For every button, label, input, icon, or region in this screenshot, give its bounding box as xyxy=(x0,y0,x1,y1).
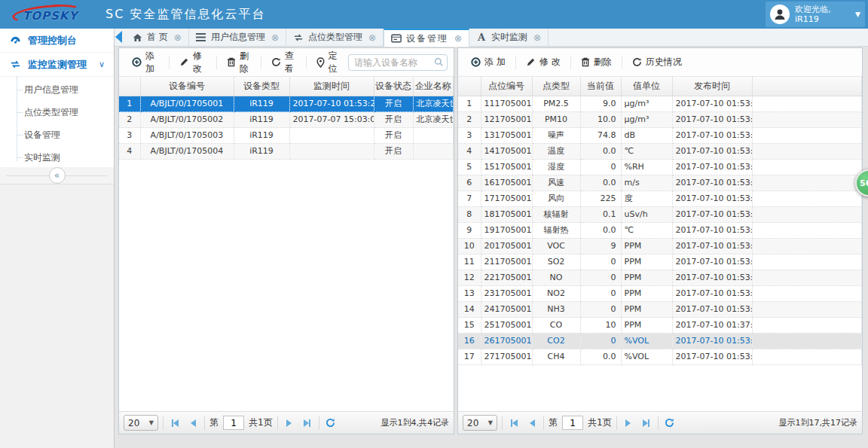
edit-button[interactable]: 修 改 xyxy=(173,46,213,79)
close-icon[interactable]: ⊗ xyxy=(533,33,541,42)
table-row[interactable]: 6161705001风速0.0m/s2017-07-10 01:53:21 xyxy=(458,175,862,190)
cell-time: 2017-07-10 01:53:21 xyxy=(672,111,752,127)
refresh-button[interactable] xyxy=(663,416,677,430)
table-row[interactable]: 9191705001辐射热0.0℃2017-07-10 01:53:21 xyxy=(458,222,862,238)
cell-type: SO2 xyxy=(532,254,580,270)
history-button[interactable]: 历史情况 xyxy=(625,52,689,72)
column-header[interactable]: 设备编号 xyxy=(140,77,234,96)
add-button[interactable]: 添 加 xyxy=(464,52,512,72)
delete-button[interactable]: 删除 xyxy=(574,52,619,72)
first-page-button[interactable] xyxy=(168,416,182,430)
prev-page-button[interactable] xyxy=(186,416,200,430)
table-row[interactable]: 2A/BJLT/0/1705002iR1192017-07-07 15:03:0… xyxy=(119,111,454,127)
swap-icon xyxy=(293,32,304,42)
page-prefix-label: 第 xyxy=(209,416,219,429)
page-size-select[interactable]: 20▼ xyxy=(463,415,497,431)
next-page-button[interactable] xyxy=(283,416,296,430)
table-row[interactable]: 11211705001SO20PPM2017-07-10 01:53:22 xyxy=(458,254,862,270)
user-menu[interactable]: 欢迎光临, iR119 ▼ xyxy=(766,2,865,27)
close-icon[interactable]: ⊗ xyxy=(271,33,279,42)
sidebar-item-console[interactable]: 管理控制台 xyxy=(0,29,114,53)
close-icon[interactable]: ⊗ xyxy=(368,33,376,42)
close-icon[interactable]: ⊗ xyxy=(454,34,462,43)
cell-value: 0 xyxy=(580,333,621,349)
column-header[interactable]: 企业名称 xyxy=(413,77,454,96)
table-row[interactable]: 5151705001湿度0%RH2017-07-10 01:53:22 xyxy=(458,159,862,175)
table-row[interactable]: 13231705001NO20PPM2017-07-10 01:53:22 xyxy=(458,285,862,301)
page-size-select[interactable]: 20▼ xyxy=(124,415,158,431)
sidebar-item-label: 管理控制台 xyxy=(28,34,77,47)
table-row[interactable]: 3131705001噪声74.8dB2017-07-10 01:53:22 xyxy=(458,127,862,143)
last-page-button[interactable] xyxy=(301,416,314,430)
column-header[interactable]: 监测时间 xyxy=(289,77,374,96)
next-page-button[interactable] xyxy=(622,416,635,430)
tab-user-info[interactable]: 用户信息管理 ⊗ xyxy=(189,29,286,46)
table-row[interactable]: 12221705001NO0PPM2017-07-10 01:53:21 xyxy=(458,270,862,285)
sidebar-item-monitor-mgmt[interactable]: 监控监测管理 ∨ xyxy=(0,53,114,77)
refresh-icon xyxy=(665,418,674,428)
cell-id: A/BJLT/0/1705003 xyxy=(140,127,234,143)
column-header[interactable]: 点位编号 xyxy=(481,77,532,96)
tab-point-type[interactable]: 点位类型管理 ⊗ xyxy=(286,29,384,46)
cell-time: 2017-07-10 01:53:22 xyxy=(672,127,752,143)
column-header[interactable]: 点类型 xyxy=(532,77,580,96)
tab-device-mgmt[interactable]: 设备管理 ⊗ xyxy=(384,29,469,47)
view-button[interactable]: 查看 xyxy=(264,46,303,79)
delete-button[interactable]: 删除 xyxy=(220,46,258,79)
page-number-input[interactable] xyxy=(562,416,583,430)
edit-button[interactable]: 修 改 xyxy=(519,52,567,72)
table-row[interactable]: 16261705001CO20%VOL2017-07-10 01:53:22 xyxy=(458,333,862,349)
sidebar-item-realtime[interactable]: 实时监测 xyxy=(0,146,114,169)
search-input[interactable] xyxy=(348,54,448,71)
table-row[interactable]: 14241705001NH30PPM2017-07-10 01:53:21 xyxy=(458,301,862,317)
cell-id: 211705001 xyxy=(481,254,532,270)
column-header[interactable]: 当前值 xyxy=(580,77,621,96)
refresh-button[interactable] xyxy=(324,416,338,430)
row-number: 4 xyxy=(458,143,481,159)
page-number-input[interactable] xyxy=(223,416,244,430)
column-header[interactable]: 值单位 xyxy=(621,77,672,96)
cell-unit: uSv/h xyxy=(621,206,672,222)
column-header[interactable] xyxy=(458,77,481,96)
table-row[interactable]: 7171705001风向225度2017-07-10 01:53:21 xyxy=(458,190,862,206)
table-row[interactable]: 1A/BJLT/0/1705001iR1192017-07-10 01:53:2… xyxy=(119,96,454,111)
column-header[interactable]: 设备状态 xyxy=(374,77,413,96)
row-number: 2 xyxy=(458,111,481,127)
tab-home[interactable]: 首 页 ⊗ xyxy=(125,29,189,46)
table-row[interactable]: 3A/BJLT/0/1705003iR119开启 xyxy=(119,127,454,143)
table-row[interactable]: 17271705001CH40.0%VOL2017-07-10 01:53:21 xyxy=(458,349,862,364)
cell-value: 10 xyxy=(580,317,621,333)
row-number: 7 xyxy=(458,190,481,206)
sidebar-item-point-type[interactable]: 点位类型管理 xyxy=(0,101,114,123)
column-header[interactable] xyxy=(752,77,862,96)
first-page-button[interactable] xyxy=(507,416,521,430)
cell-time: 2017-07-07 15:03:05 xyxy=(289,111,374,127)
cell-value: 0 xyxy=(580,270,621,285)
column-header[interactable]: 设备类型 xyxy=(234,77,289,96)
close-icon[interactable]: ⊗ xyxy=(174,33,182,42)
cell-unit: dB xyxy=(621,127,672,143)
table-row[interactable]: 1111705001PM2.59.0μg/m³2017-07-10 01:53:… xyxy=(458,96,862,111)
column-header[interactable]: 发布时间 xyxy=(672,77,752,96)
panel-collapse-arrow[interactable] xyxy=(115,31,122,43)
pencil-icon xyxy=(526,57,536,67)
prev-page-button[interactable] xyxy=(525,416,539,430)
sidebar-item-device-mgmt[interactable]: 设备管理 xyxy=(0,123,114,146)
search-icon[interactable] xyxy=(434,57,444,67)
column-header[interactable] xyxy=(119,77,140,96)
cell-unit: 度 xyxy=(621,190,672,206)
cell-company: 北京凌天世纪控股股份有限公司 xyxy=(413,96,454,111)
table-row[interactable]: 10201705001VOC9PPM2017-07-10 01:53:22 xyxy=(458,238,862,254)
locate-button[interactable]: 定位 xyxy=(310,46,347,79)
table-row[interactable]: 8181705001核辐射0.1uSv/h2017-07-10 01:53:21 xyxy=(458,206,862,222)
sidebar-collapse-button[interactable]: « xyxy=(49,167,66,184)
tab-realtime[interactable]: A 实时监测 ⊗ xyxy=(469,29,549,46)
table-row[interactable]: 2121705001PM1010.0μg/m³2017-07-10 01:53:… xyxy=(458,111,862,127)
cell-type: CO2 xyxy=(532,333,580,349)
table-row[interactable]: 4141705001温度0.0℃2017-07-10 01:53:22 xyxy=(458,143,862,159)
sidebar-item-user-info[interactable]: 用户信息管理 xyxy=(0,78,114,101)
add-button[interactable]: 添 加 xyxy=(125,46,166,79)
table-row[interactable]: 4A/BJLT/0/1705004iR119开启 xyxy=(119,143,454,159)
last-page-button[interactable] xyxy=(640,416,653,430)
table-row[interactable]: 15251705001CO10PPM2017-07-10 01:37:01 xyxy=(458,317,862,333)
